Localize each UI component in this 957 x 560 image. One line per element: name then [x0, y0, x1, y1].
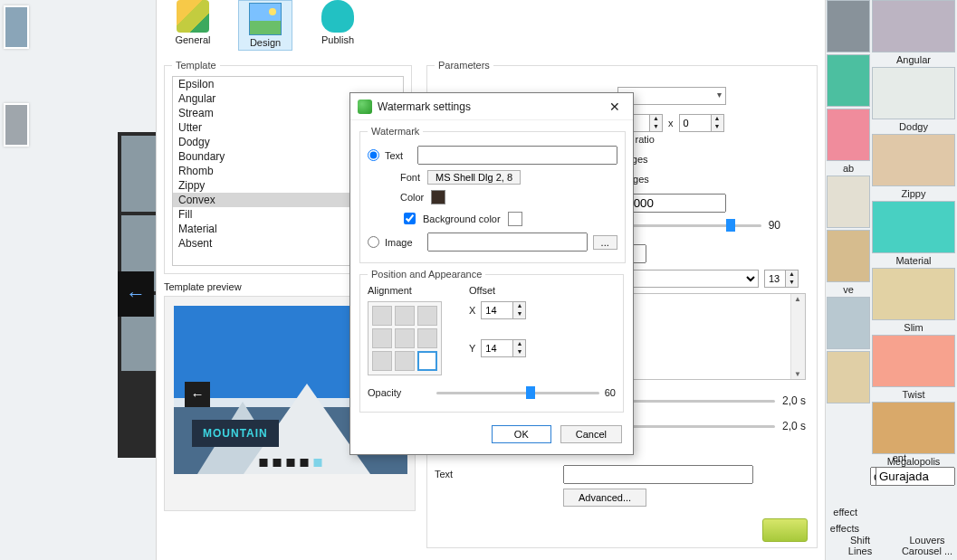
- offset-y-spinner[interactable]: ▲▼: [481, 339, 526, 357]
- fontsize-spinner[interactable]: ▲▼: [764, 270, 799, 288]
- tools-icon: [177, 0, 209, 33]
- gallery-item[interactable]: [827, 176, 870, 228]
- x-label: x: [668, 118, 674, 128]
- opacity-slider[interactable]: [436, 384, 599, 401]
- effect-name[interactable]: Shift: [828, 535, 892, 546]
- crop-label: effect: [833, 507, 857, 517]
- align-cell[interactable]: [395, 351, 415, 371]
- gallery-item[interactable]: Twist: [872, 335, 955, 400]
- font-label: Font: [400, 172, 420, 183]
- offset-x-spinner[interactable]: ▲▼: [481, 301, 526, 319]
- align-cell[interactable]: [372, 351, 392, 371]
- watermark-text-input[interactable]: [417, 146, 617, 165]
- group-legend: Template: [172, 60, 220, 71]
- thumb[interactable]: [4, 103, 29, 147]
- align-cell[interactable]: [417, 306, 437, 326]
- effect-name[interactable]: Louvers: [895, 535, 957, 546]
- radio-label: Image: [385, 237, 413, 248]
- checkbox-input[interactable]: [404, 213, 416, 224]
- align-cell[interactable]: [372, 306, 392, 326]
- x-label: X: [469, 305, 475, 316]
- tab-general[interactable]: General: [166, 0, 220, 51]
- thumb[interactable]: [4, 5, 29, 49]
- text-label: Text: [435, 469, 453, 479]
- gallery-item[interactable]: [827, 54, 870, 107]
- watermark-dialog: Watermark settings ✕ Watermark Text Font…: [349, 92, 634, 455]
- position-group: Position and Appearance Alignment Offset…: [359, 269, 624, 413]
- crop-label: ent: [893, 452, 906, 463]
- nav-left-button[interactable]: ←: [118, 271, 154, 317]
- font-button[interactable]: MS Shell Dlg 2, 8: [427, 170, 521, 185]
- radio-label: Text: [385, 150, 403, 161]
- text-radio[interactable]: Text: [368, 149, 403, 161]
- font2-combo[interactable]: [876, 467, 955, 486]
- align-cell[interactable]: [395, 306, 415, 326]
- size-combo[interactable]: [617, 87, 726, 105]
- crop-label: effects: [830, 523, 859, 534]
- h-spinner[interactable]: ▲▼: [679, 114, 724, 132]
- preview-caption: MOUNTAIN: [192, 420, 279, 447]
- gallery-item[interactable]: [827, 297, 870, 349]
- group-legend: Position and Appearance: [368, 269, 485, 280]
- duration-value: 2,0 s: [782, 420, 806, 432]
- image-icon: [249, 3, 282, 35]
- opacity-value: 60: [605, 387, 616, 398]
- group-legend: Parameters: [435, 60, 493, 71]
- gallery-item[interactable]: Dodgy: [872, 67, 955, 132]
- browse-button[interactable]: ...: [593, 235, 617, 250]
- left-thumb-strip: [0, 0, 62, 152]
- gallery-item[interactable]: ve: [827, 230, 870, 295]
- watermark-group: Watermark Text Font MS Shell Dlg 2, 8 Co…: [359, 126, 626, 263]
- delay-value: 2,0 s: [782, 394, 806, 407]
- dialog-title: Watermark settings: [378, 100, 604, 113]
- close-icon[interactable]: ✕: [604, 100, 626, 114]
- text-input[interactable]: [563, 465, 753, 484]
- align-cell[interactable]: [417, 351, 437, 371]
- cancel-button[interactable]: Cancel: [560, 425, 622, 443]
- tab-label: General: [175, 34, 210, 45]
- image-radio[interactable]: Image: [368, 236, 413, 248]
- watermark-image-input[interactable]: [427, 233, 588, 252]
- align-cell[interactable]: [395, 328, 415, 348]
- alignment-grid[interactable]: [368, 301, 442, 375]
- gallery-item[interactable]: Slim: [872, 268, 955, 333]
- tab-publish[interactable]: Publish: [311, 0, 365, 51]
- quality-value: 90: [769, 219, 780, 232]
- tab-label: Publish: [321, 34, 354, 45]
- alignment-label: Alignment: [368, 285, 442, 296]
- app-icon: [358, 100, 372, 114]
- opacity-label: Opacity: [368, 387, 431, 398]
- gallery-item[interactable]: [827, 0, 870, 52]
- effect-name[interactable]: Carousel ...: [895, 546, 957, 556]
- gallery-item[interactable]: Zippy: [872, 134, 955, 199]
- advanced-button[interactable]: Advanced...: [563, 489, 646, 507]
- radio-input[interactable]: [368, 149, 379, 161]
- preview-dots[interactable]: [260, 459, 322, 467]
- apply-button[interactable]: [762, 518, 808, 542]
- gallery-item[interactable]: [827, 351, 870, 403]
- check-label: Background color: [423, 214, 501, 224]
- color-label: Color: [400, 192, 424, 203]
- effect-name[interactable]: Lines: [828, 546, 892, 556]
- ok-button[interactable]: OK: [492, 425, 551, 443]
- gallery-item[interactable]: Angular: [872, 0, 955, 65]
- radio-input[interactable]: [368, 236, 379, 248]
- tab-label: Design: [250, 37, 281, 48]
- template-item[interactable]: Epsilon: [173, 77, 403, 91]
- gallery-item[interactable]: Material: [872, 201, 955, 266]
- prev-arrow-icon[interactable]: ←: [185, 382, 210, 407]
- gallery-item[interactable]: Megalopolis: [872, 402, 955, 467]
- offset-label: Offset: [469, 285, 526, 296]
- tab-design[interactable]: Design: [238, 0, 292, 51]
- bgcolor-swatch[interactable]: [508, 212, 522, 226]
- align-cell[interactable]: [417, 328, 437, 348]
- group-legend: Watermark: [368, 126, 423, 137]
- scrollbar[interactable]: [790, 294, 805, 379]
- y-label: Y: [469, 343, 475, 354]
- color-swatch[interactable]: [431, 190, 445, 204]
- bgcolor-check[interactable]: Background color: [400, 210, 501, 227]
- gallery-item[interactable]: ab: [827, 109, 870, 174]
- publish-icon: [321, 0, 354, 33]
- align-cell[interactable]: [372, 328, 392, 348]
